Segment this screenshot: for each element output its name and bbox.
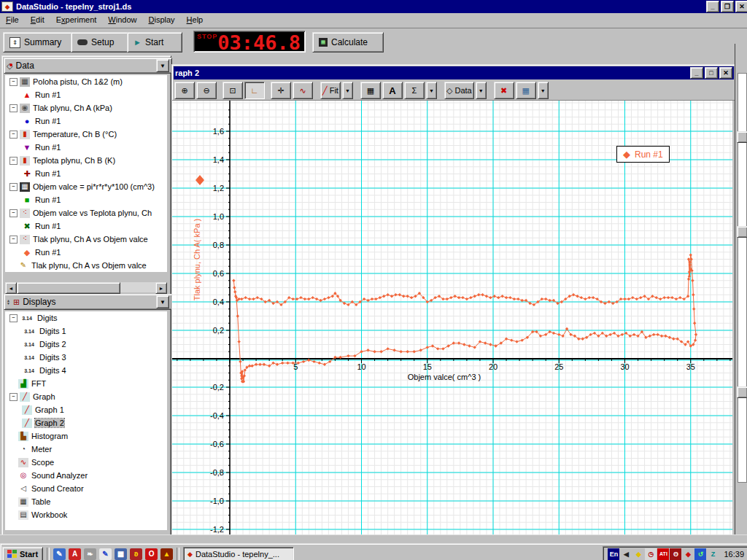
scale-to-fit-button[interactable]: ∟	[244, 82, 265, 99]
tree-item-run-teplota[interactable]: ✚Run #1	[5, 167, 167, 180]
tree-item-run-tlak-vs-objem[interactable]: ◆Run #1	[5, 246, 167, 259]
graph-window-titlebar[interactable]: raph 2 _ □ ✕	[174, 66, 734, 79]
tree-item-data-teplota-plynu[interactable]: −▮Teplota plynu, Ch B (K)	[5, 154, 167, 167]
tree-item-display-scope[interactable]: ∿Scope	[5, 456, 167, 469]
tree-item-display-digits-2[interactable]: 3.14Digits 2	[5, 338, 167, 351]
expand-box[interactable]: −	[9, 183, 18, 191]
sync-globe-icon[interactable]: ↺	[694, 548, 706, 560]
calculator-button[interactable]: ▦	[360, 82, 381, 99]
scroll-left-arrow[interactable]: ◄	[5, 282, 17, 294]
tree-item-data-objem-valce[interactable]: −▦Objem valce = pi*r*r*y*100 (cm^3)	[5, 180, 167, 193]
acrobat-icon[interactable]: A	[69, 548, 81, 560]
restore-button[interactable]: ❐	[721, 1, 734, 12]
tree-item-display-digits-3[interactable]: 3.14Digits 3	[5, 351, 167, 364]
notepad-icon[interactable]: ✎	[53, 548, 66, 560]
tree-item-display-meter[interactable]: ◔Meter	[5, 443, 167, 456]
menu-edit[interactable]: Edit	[25, 13, 50, 26]
expand-box[interactable]: −	[9, 157, 18, 165]
opera-icon[interactable]: O	[145, 548, 158, 560]
delete-button[interactable]: ✖	[494, 82, 514, 99]
graph-minimize-button[interactable]: _	[690, 67, 703, 79]
expand-box[interactable]: −	[9, 78, 18, 86]
start-button[interactable]: Start	[2, 547, 43, 560]
menu-file[interactable]: File	[0, 13, 25, 26]
start-button[interactable]: ► Start	[127, 32, 182, 52]
expand-box[interactable]: −	[9, 104, 18, 112]
tree-item-display-digits[interactable]: −3.14Digits	[5, 311, 167, 324]
tree-item-data-temperature[interactable]: −▮Temperature, Ch B (°C)	[5, 128, 167, 141]
data-menu-button[interactable]: ◇Data	[444, 82, 474, 99]
background-window-sliver[interactable]	[735, 44, 747, 534]
expand-box[interactable]: −	[9, 209, 18, 217]
tree-item-display-fft[interactable]: ▟FFT	[5, 377, 167, 390]
data-menu-button-dropdown[interactable]: ▼	[476, 82, 487, 99]
zoom-select-button[interactable]: ⊡	[222, 82, 243, 99]
bird-icon[interactable]: ❧	[84, 548, 96, 560]
summary-button[interactable]: ⇕ Summary	[3, 32, 77, 52]
setup-button[interactable]: Setup	[71, 32, 133, 52]
calculator-icon[interactable]: ▦	[115, 548, 127, 560]
menu-help[interactable]: Help	[181, 13, 209, 26]
data-dropdown-arrow[interactable]: ▼	[156, 59, 169, 72]
menu-window[interactable]: Window	[102, 13, 142, 26]
title-bar[interactable]: ◆ DataStudio - tepelny_stroj1.ds _ ❐ ✕	[0, 0, 747, 13]
keyboard-layout-indicator[interactable]: En	[608, 548, 619, 560]
menu-experiment[interactable]: Experiment	[50, 13, 103, 26]
fit-menu-button-dropdown[interactable]: ▼	[342, 82, 353, 99]
graph-settings-button-dropdown[interactable]: ▼	[538, 82, 549, 99]
expand-box[interactable]: −	[9, 314, 18, 322]
slope-tool-button[interactable]: ∿	[293, 82, 313, 99]
devil-icon[interactable]: ʘ	[670, 548, 681, 560]
text-tool-button[interactable]: A	[382, 82, 403, 99]
graph-settings-button[interactable]: ▦	[516, 82, 536, 99]
tree-item-display-graph[interactable]: −╱Graph	[5, 390, 167, 403]
tree-item-display-graph-1[interactable]: ╱Graph 1	[5, 403, 167, 416]
tree-item-display-table[interactable]: ▦Table	[5, 495, 167, 508]
tree-item-display-digits-4[interactable]: 3.14Digits 4	[5, 364, 167, 377]
download-accelerator-icon[interactable]: ◆	[682, 548, 694, 560]
tree-item-data-tlak-vs-objem[interactable]: −⁖Tlak plynu, Ch A vs Objem valce	[5, 233, 167, 246]
ati-icon[interactable]: ATI	[657, 548, 669, 560]
tree-item-display-graph-2[interactable]: ╱Graph 2	[5, 416, 167, 429]
calculate-button[interactable]: ▦ Calculate	[312, 32, 384, 52]
tree-item-data-poloha-pistu[interactable]: −▦Poloha pistu, Ch 1&2 (m)	[5, 75, 167, 88]
tree-item-run-objem[interactable]: ■Run #1	[5, 193, 167, 206]
tree-item-run-tlak[interactable]: ●Run #1	[5, 114, 167, 128]
statistics-button[interactable]: Σ	[404, 82, 425, 99]
scheduler-clock-icon[interactable]: ◷	[645, 548, 657, 560]
tree-item-run-poloha[interactable]: ▲Run #1	[5, 88, 167, 101]
statistics-button-dropdown[interactable]: ▼	[426, 82, 437, 99]
paint-icon[interactable]: ✎	[99, 548, 112, 560]
tree-item-data-tlak-plynu[interactable]: −◉Tlak plynu, Ch A (kPa)	[5, 101, 167, 114]
tree-item-run-temperature[interactable]: ▼Run #1	[5, 141, 167, 154]
yellow-tool-icon[interactable]: ◆	[632, 548, 644, 560]
smart-tool-button[interactable]: ✛	[271, 82, 291, 99]
close-button[interactable]: ✕	[735, 1, 747, 12]
volume-icon[interactable]: ◀	[620, 548, 632, 560]
expand-box[interactable]: −	[9, 131, 18, 139]
dragon-icon[interactable]: ʚ	[130, 548, 142, 560]
scroll-thumb[interactable]	[17, 282, 120, 294]
displays-panel-header[interactable]: ▲▼ ⊞ Displays ▼	[4, 294, 172, 310]
tree-item-display-sound-creator[interactable]: ◁Sound Creator	[5, 482, 167, 495]
tree-item-display-workbook[interactable]: ▤Workbook	[5, 508, 167, 521]
zoom-in-button[interactable]: ⊕	[174, 82, 195, 99]
fit-menu-button[interactable]: ╱Fit	[320, 82, 341, 99]
scroll-right-arrow[interactable]: ►	[155, 282, 167, 294]
data-tree-hscrollbar[interactable]: ◄ ►	[5, 282, 167, 292]
expand-box[interactable]: −	[9, 236, 18, 244]
dialup-icon[interactable]: Z	[707, 548, 719, 560]
tree-item-display-sound-analyzer[interactable]: ◎Sound Analyzer	[5, 469, 167, 482]
tree-item-run-objem-vs-teplota[interactable]: ✖Run #1	[5, 219, 167, 233]
tree-item-data-objem-vs-teplota[interactable]: −⁖Objem valce vs Teplota plynu, Ch	[5, 206, 167, 219]
displays-dropdown-arrow[interactable]: ▼	[156, 295, 169, 308]
minimize-button[interactable]: _	[706, 1, 719, 12]
menu-display[interactable]: Display	[143, 13, 181, 26]
expand-box[interactable]: −	[9, 393, 18, 401]
active-task-button[interactable]: ◆ DataStudio - tepelny_...	[183, 547, 294, 560]
graph-maximize-button[interactable]: □	[705, 67, 718, 79]
tree-item-data-tlak-vs-objem-2[interactable]: ✎Tlak plynu, Ch A vs Objem valce	[5, 259, 167, 272]
data-panel-header[interactable]: ◇ Data ▼	[4, 58, 172, 74]
graph-close-button[interactable]: ✕	[719, 67, 732, 79]
zoom-out-button[interactable]: ⊖	[196, 82, 217, 99]
